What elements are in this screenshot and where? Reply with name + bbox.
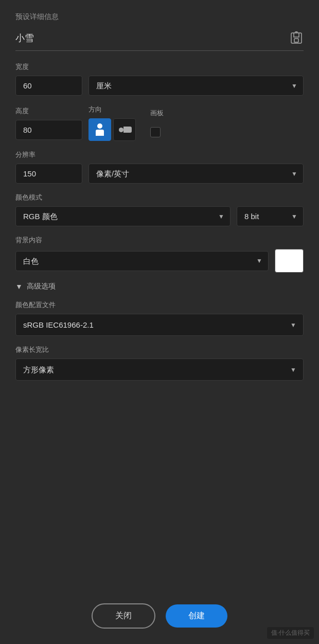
resolution-input[interactable] [15, 164, 82, 184]
svg-rect-1 [294, 39, 298, 42]
color-profile-select[interactable]: sRGB IEC61966-2.1 Adobe RGB (1998) ProPh… [15, 314, 304, 336]
bg-content-wrapper: 白色 黑色 背景色 透明 自定义... ▼ [15, 251, 269, 271]
resolution-row: 像素/英寸 像素/厘米 ▼ [15, 164, 304, 184]
artboard-checkbox[interactable] [150, 127, 161, 137]
resolution-label: 分辨率 [15, 150, 304, 159]
advanced-label: 高级选项 [27, 282, 56, 291]
artboard-label: 画板 [150, 109, 164, 118]
pixel-ratio-group: 像素长宽比 方形像素 D1/DV NTSC (0.91) D1/DV PAL (… [15, 345, 304, 381]
bg-content-label: 背景内容 [15, 236, 304, 245]
advanced-toggle[interactable]: ▼ 高级选项 [15, 282, 304, 291]
color-profile-group: 颜色配置文件 sRGB IEC61966-2.1 Adobe RGB (1998… [15, 300, 304, 336]
orientation-label: 方向 [88, 105, 136, 114]
color-mode-wrapper: RGB 颜色 CMYK 颜色 灰度 位图 Lab 颜色 ▼ [15, 206, 231, 226]
height-input[interactable] [15, 120, 82, 140]
landscape-button[interactable] [113, 118, 136, 141]
height-label: 高度 [15, 106, 82, 116]
orientation-group: 方向 [88, 105, 136, 141]
save-preset-icon[interactable] [289, 31, 304, 45]
color-mode-row: RGB 颜色 CMYK 颜色 灰度 位图 Lab 颜色 ▼ 8 bit 16 b… [15, 206, 304, 226]
artboard-group: 画板 [150, 109, 164, 137]
pixel-ratio-wrapper: 方形像素 D1/DV NTSC (0.91) D1/DV PAL (1.09) … [15, 359, 304, 381]
width-label: 宽度 [15, 62, 304, 71]
create-button[interactable]: 创建 [166, 604, 227, 628]
color-profile-label: 颜色配置文件 [15, 300, 304, 310]
color-mode-select[interactable]: RGB 颜色 CMYK 颜色 灰度 位图 Lab 颜色 [15, 206, 231, 226]
watermark: 值·什么值得买 [267, 627, 314, 639]
width-unit-wrapper: 厘米 像素 毫米 英寸 ▼ [88, 76, 304, 96]
resolution-unit-select[interactable]: 像素/英寸 像素/厘米 [88, 164, 304, 184]
bit-depth-wrapper: 8 bit 16 bit 32 bit ▼ [237, 206, 304, 226]
close-button[interactable]: 关闭 [92, 603, 155, 629]
svg-rect-0 [291, 33, 302, 43]
preset-name-row [15, 31, 304, 51]
resolution-unit-wrapper: 像素/英寸 像素/厘米 ▼ [88, 164, 304, 184]
preset-name-input[interactable] [15, 33, 284, 44]
bit-depth-select[interactable]: 8 bit 16 bit 32 bit [237, 206, 304, 226]
orientation-buttons [88, 118, 136, 141]
width-input[interactable] [15, 76, 82, 96]
landscape-icon [119, 126, 131, 134]
section-title: 预设详细信息 [15, 12, 304, 22]
portrait-button[interactable] [88, 118, 111, 141]
width-row: 厘米 像素 毫米 英寸 ▼ [15, 76, 304, 96]
height-group: 高度 [15, 106, 82, 140]
advanced-chevron-icon: ▼ [15, 282, 23, 291]
color-profile-wrapper: sRGB IEC61966-2.1 Adobe RGB (1998) ProPh… [15, 314, 304, 336]
color-mode-label: 颜色模式 [15, 193, 304, 202]
pixel-ratio-select[interactable]: 方形像素 D1/DV NTSC (0.91) D1/DV PAL (1.09) [15, 359, 304, 381]
bg-content-row: 白色 黑色 背景色 透明 自定义... ▼ [15, 249, 304, 273]
bg-color-swatch[interactable] [275, 249, 304, 273]
width-unit-select[interactable]: 厘米 像素 毫米 英寸 [88, 76, 304, 96]
bg-content-select[interactable]: 白色 黑色 背景色 透明 自定义... [15, 251, 269, 271]
height-row: 高度 方向 [15, 105, 304, 141]
pixel-ratio-label: 像素长宽比 [15, 345, 304, 354]
portrait-icon [96, 123, 104, 136]
